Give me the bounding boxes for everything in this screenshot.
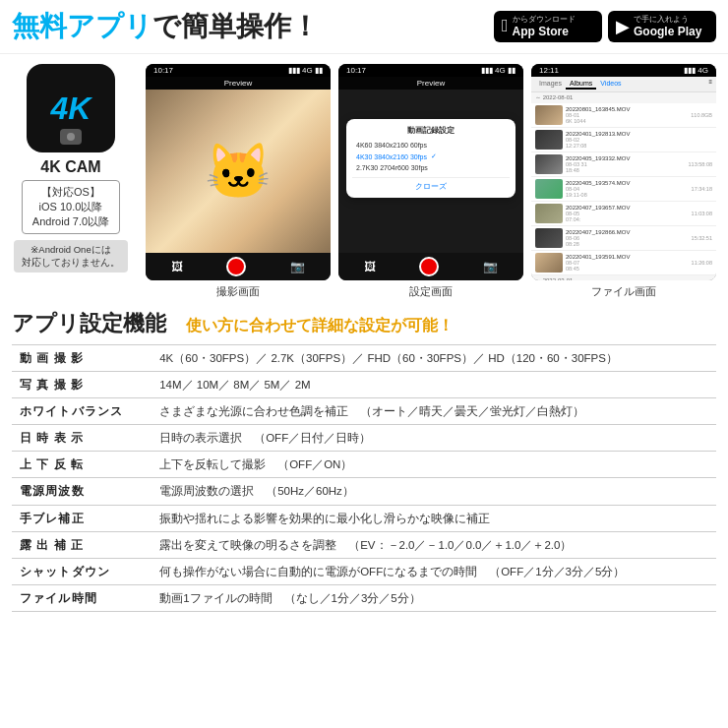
googleplay-name: Google Play: [634, 25, 701, 38]
settings-photo-icon: 🖼: [364, 260, 376, 273]
feat-value-5: 電源周波数の選択 （50Hz／60Hz）: [152, 478, 716, 505]
feat-label-7: 露 出 補 正: [12, 531, 152, 558]
feat-value-3: 日時の表示選択 （OFF／日付／日時）: [152, 425, 716, 452]
file-thumb-7: [535, 253, 563, 273]
shooting-controls: 🖼 📷: [146, 253, 331, 280]
features-table: 動 画 撮 影 4K（60・30FPS）／ 2.7K（30FPS）／ FHD（6…: [12, 344, 716, 612]
settings-option-3-text: 2.7K30 2704r600 30fps: [356, 164, 428, 171]
settings-label: 設定画面: [409, 284, 453, 299]
list-view-icon[interactable]: ≡: [708, 79, 712, 90]
header-title: 無料アプリで簡単操作！: [12, 8, 494, 45]
file-thumb-1: [535, 105, 563, 125]
file-row-4[interactable]: 20220405_193574.MOV 08-0419:11-08 17:34:…: [531, 177, 716, 202]
app-section: 4K 4K CAM 【対応OS】 iOS 10.0以降 Android 7.0以…: [0, 54, 728, 303]
file-section-2022: ～ 2022-08-01: [531, 92, 716, 103]
files-frame: 12:11▮▮▮ 4G Images Albums Videos ≡ ～ 202…: [531, 64, 716, 280]
feat-value-9: 動画1ファイルの時間 （なし／1分／3分／5分）: [152, 584, 716, 611]
googleplay-sub: で手に入れよう: [634, 15, 701, 25]
file-date-3: 08-03 3118:48: [566, 161, 686, 173]
file-size-1: 110.8GB: [691, 112, 712, 118]
file-row-3[interactable]: 20220405_193332.MOV 08-03 3118:48 113:58…: [531, 152, 716, 177]
header: 無料アプリで簡単操作！  からダウンロード App Store ▶ で手に入れ…: [0, 0, 728, 54]
settings-content-area: 動画記録設定 4K60 3840x2160 60fps 4K30 3840x21…: [338, 90, 523, 253]
feat-label-1: 写 真 撮 影: [12, 372, 152, 398]
settings-option-1[interactable]: 4K60 3840x2160 60fps: [352, 140, 510, 151]
file-size-5: 11:03:08: [692, 211, 712, 216]
file-date-4: 08-0419:11-08: [566, 186, 689, 198]
tab-albums[interactable]: Albums: [566, 79, 596, 90]
file-date-7: 08-0708:45: [566, 260, 689, 272]
feat-label-5: 電源周波数: [12, 478, 152, 505]
file-row-6[interactable]: 20220407_192866.MOV 08-0608:28 15:32:51: [531, 226, 716, 251]
settings-option-2[interactable]: 4K30 3840x2160 30fps ✓: [352, 151, 510, 162]
feature-row-2: ホワイトバランス さまざまな光源に合わせ色調を補正 （オート／晴天／曇天／蛍光灯…: [12, 398, 716, 425]
status-bar-1: 10:17▮▮▮ 4G ▮▮: [146, 64, 331, 77]
app-os-info: 【対応OS】 iOS 10.0以降 Android 7.0以降: [22, 180, 120, 234]
feature-row-3: 日 時 表 示 日時の表示選択 （OFF／日付／日時）: [12, 425, 716, 452]
feature-row-7: 露 出 補 正 露出を変えて映像の明るさを調整 （EV：－2.0／－1.0／0.…: [12, 531, 716, 558]
settings-close-btn[interactable]: クローズ: [352, 177, 510, 192]
features-subtitle: 使い方に合わせて詳細な設定が可能！: [186, 316, 454, 336]
app-icon-camera: [60, 129, 82, 145]
status-bar-2: 10:17▮▮▮ 4G ▮▮: [338, 64, 523, 77]
file-size-7: 11:26:08: [692, 260, 712, 266]
file-row-2[interactable]: 20220401_192813.MOV 08-0212:27:08: [531, 128, 716, 152]
feat-label-8: シャットダウン: [12, 558, 152, 584]
file-tabs: Images Albums Videos ≡: [531, 77, 716, 92]
app-info: 4K 4K CAM 【対応OS】 iOS 10.0以降 Android 7.0以…: [12, 64, 130, 299]
file-list: ～ 2022-08-01 20220801_163845.MOV 08-016K…: [531, 92, 716, 280]
screenshot-shooting: 10:17▮▮▮ 4G ▮▮ Preview 🐱 🖼 📷 撮影画面: [146, 64, 331, 299]
settings-video-icon: 📷: [483, 260, 498, 273]
checkmark-icon: ✓: [431, 152, 437, 160]
shooting-label: 撮影画面: [216, 284, 260, 299]
tab-images[interactable]: Images: [535, 79, 566, 90]
file-thumb-5: [535, 204, 563, 223]
file-section-2022-2: ～ 2022-03-01: [531, 275, 716, 280]
feature-row-6: 手ブレ補正 振動や揺れによる影響を効果的に最小化し滑らかな映像に補正: [12, 505, 716, 531]
feature-row-4: 上 下 反 転 上下を反転して撮影 （OFF／ON）: [12, 452, 716, 478]
features-section: アプリ設定機能 使い方に合わせて詳細な設定が可能！ 動 画 撮 影 4K（60・…: [0, 303, 728, 618]
settings-dialog-title: 動画記録設定: [352, 125, 510, 136]
app-icon-4k-text: 4K: [51, 92, 91, 124]
shooting-frame: 10:17▮▮▮ 4G ▮▮ Preview 🐱 🖼 📷: [146, 64, 331, 280]
app-name: 4K CAM: [40, 158, 100, 176]
feature-row-8: シャットダウン 何も操作がない場合に自動的に電源がOFFになるまでの時間 （OF…: [12, 558, 716, 584]
settings-frame: 10:17▮▮▮ 4G ▮▮ Preview 動画記録設定 4K60 3840x…: [338, 64, 523, 280]
file-date-6: 08-0608:28: [566, 235, 689, 247]
record-button[interactable]: [226, 257, 246, 276]
feat-value-7: 露出を変えて映像の明るさを調整 （EV：－2.0／－1.0／0.0／＋1.0／＋…: [152, 531, 716, 558]
app-android: Android 7.0以降: [32, 214, 109, 229]
feature-row-9: ファイル時間 動画1ファイルの時間 （なし／1分／3分／5分）: [12, 584, 716, 611]
file-thumb-4: [535, 179, 563, 199]
file-row-1[interactable]: 20220801_163845.MOV 08-016K 1044 110.8GB: [531, 103, 716, 128]
googleplay-badge[interactable]: ▶ で手に入れよう Google Play: [608, 11, 716, 42]
file-size-3: 113:58:08: [689, 161, 712, 167]
file-row-7[interactable]: 20220401_193591.MOV 08-0708:45 11:26:08: [531, 251, 716, 275]
app-ios: iOS 10.0以降: [32, 200, 109, 214]
features-header: アプリ設定機能 使い方に合わせて詳細な設定が可能！: [12, 309, 716, 338]
files-label: ファイル画面: [591, 284, 656, 299]
googleplay-icon: ▶: [616, 16, 630, 37]
screenshots: 10:17▮▮▮ 4G ▮▮ Preview 🐱 🖼 📷 撮影画面: [146, 64, 716, 299]
feat-value-1: 14M／ 10M／ 8M／ 5M／ 2M: [152, 372, 716, 398]
feat-label-6: 手ブレ補正: [12, 505, 152, 531]
appstore-name: App Store: [513, 25, 576, 38]
file-thumb-3: [535, 154, 563, 174]
app-os-label: 【対応OS】: [32, 185, 109, 200]
file-thumb-6: [535, 228, 563, 248]
settings-option-3[interactable]: 2.7K30 2704r600 30fps: [352, 162, 510, 173]
file-row-5[interactable]: 20220407_193657.MOV 08-0507:04: 11:03:08: [531, 202, 716, 226]
appstore-badge[interactable]:  からダウンロード App Store: [494, 11, 602, 42]
appstore-sub: からダウンロード: [513, 15, 576, 25]
settings-record-btn[interactable]: [419, 257, 439, 276]
screenshot-files: 12:11▮▮▮ 4G Images Albums Videos ≡ ～ 202…: [531, 64, 716, 299]
file-thumb-2: [535, 130, 563, 150]
shooting-content: 🐱: [146, 90, 331, 253]
feat-value-2: さまざまな光源に合わせ色調を補正 （オート／晴天／曇天／蛍光灯／白熱灯）: [152, 398, 716, 425]
feat-value-0: 4K（60・30FPS）／ 2.7K（30FPS）／ FHD（60・30FPS）…: [152, 345, 716, 372]
store-badges:  からダウンロード App Store ▶ で手に入れよう Google Pl…: [494, 11, 716, 42]
file-date-5: 08-0507:04:: [566, 211, 689, 222]
title-rest: で簡単操作！: [152, 11, 319, 41]
tab-videos[interactable]: Videos: [596, 79, 625, 90]
file-date-2: 08-0212:27:08: [566, 137, 709, 149]
